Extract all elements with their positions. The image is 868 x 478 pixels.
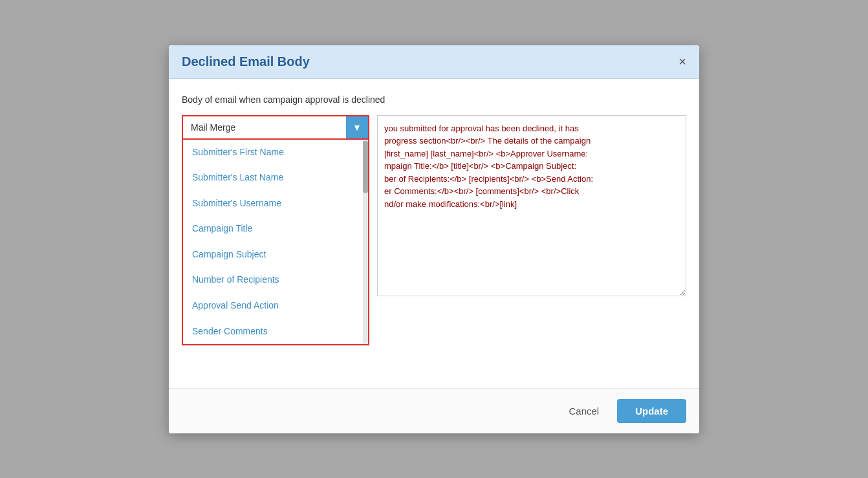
dropdown-item-submitters-username[interactable]: Submitter's Username (183, 191, 363, 217)
dropdown-item-submitters-last-name[interactable]: Submitter's Last Name (183, 165, 363, 191)
description-text: Body of email when campaign approval is … (182, 94, 686, 105)
dropdown-item-submitters-first-name[interactable]: Submitter's First Name (183, 140, 363, 166)
modal-footer: Cancel Update (169, 388, 699, 433)
dropdown-label: Mail Merge (183, 117, 346, 138)
modal-body: Body of email when campaign approval is … (169, 79, 699, 388)
chevron-down-icon: ▼ (353, 122, 362, 133)
mail-merge-dropdown-container: Mail Merge ▼ Submitter's First Name Subm… (182, 115, 369, 346)
update-button[interactable]: Update (617, 399, 686, 423)
modal-overlay: Declined Email Body × Body of email when… (0, 0, 868, 478)
close-button[interactable]: × (678, 55, 686, 68)
cancel-button[interactable]: Cancel (558, 400, 609, 422)
dropdown-item-number-of-recipients[interactable]: Number of Recipients (183, 267, 363, 293)
dropdown-item-campaign-title[interactable]: Campaign Title (183, 216, 363, 242)
dropdown-item-sender-comments[interactable]: Sender Comments (183, 319, 363, 345)
dropdown-list: Submitter's First Name Submitter's Last … (182, 140, 369, 346)
mail-merge-section: Mail Merge ▼ Submitter's First Name Subm… (182, 115, 686, 346)
dropdown-item-approval-send-action[interactable]: Approval Send Action (183, 293, 363, 319)
dropdown-select-row: Mail Merge ▼ (182, 115, 369, 140)
dropdown-items-list: Submitter's First Name Submitter's Last … (183, 140, 363, 345)
scrollbar-thumb[interactable] (363, 141, 368, 193)
modal-header: Declined Email Body × (169, 45, 699, 79)
dropdown-item-campaign-subject[interactable]: Campaign Subject (183, 242, 363, 268)
modal-dialog: Declined Email Body × Body of email when… (169, 45, 699, 433)
scrollbar-track (363, 140, 368, 345)
dropdown-toggle-button[interactable]: ▼ (346, 116, 368, 138)
modal-title: Declined Email Body (182, 54, 310, 69)
email-body-textarea[interactable]: you submitted for approval has been decl… (377, 115, 686, 296)
